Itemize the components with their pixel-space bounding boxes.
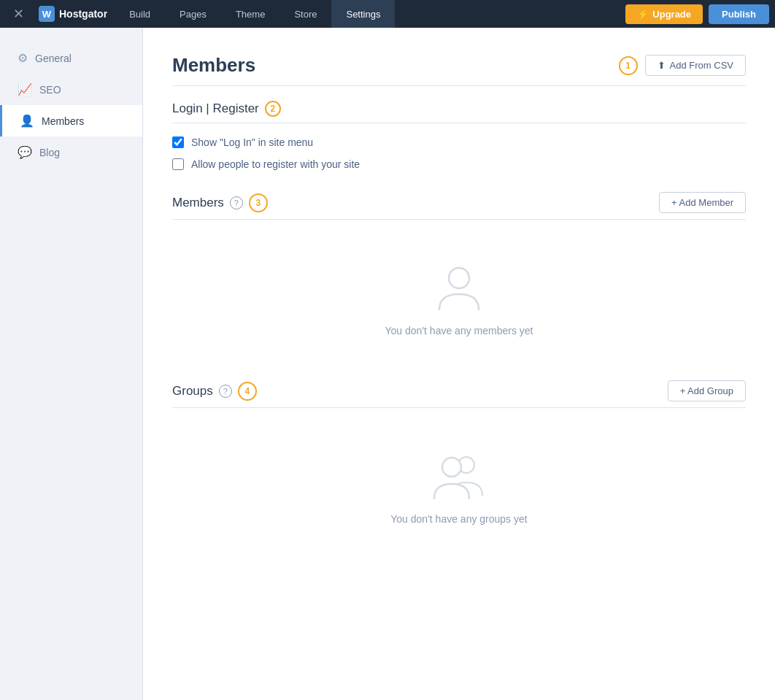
add-member-label: + Add Member <box>671 197 733 208</box>
members-title-row: Members ? 3 <box>172 193 268 212</box>
page-title: Members <box>172 54 255 77</box>
nav-theme[interactable]: Theme <box>221 0 279 28</box>
step-badge-2: 2 <box>265 101 281 117</box>
page-header-right: 1 ⬆ Add From CSV <box>619 55 746 76</box>
step-badge-4: 4 <box>238 382 257 401</box>
groups-divider <box>172 407 746 408</box>
nav-right: ⚡ Upgrade Publish <box>625 4 769 24</box>
top-navigation: ✕ W Hostgator Build Pages Theme Store Se… <box>0 0 775 28</box>
logo-text: Hostgator <box>59 8 107 20</box>
main-content: Members 1 ⬆ Add From CSV Login | Registe… <box>143 28 775 700</box>
csv-icon: ⬆ <box>658 60 666 71</box>
allow-register-checkbox[interactable] <box>172 158 184 170</box>
groups-empty-icon <box>430 450 488 501</box>
login-register-divider <box>172 123 746 123</box>
chat-icon: 💬 <box>18 145 32 159</box>
members-divider <box>172 219 746 220</box>
nav-store[interactable]: Store <box>279 0 331 28</box>
add-csv-label: Add From CSV <box>670 60 733 71</box>
allow-register-row: Allow people to register with your site <box>172 158 746 170</box>
groups-empty-text: You don't have any groups yet <box>390 513 527 525</box>
step-badge-3: 3 <box>249 193 268 212</box>
step-badge-1: 1 <box>619 56 638 75</box>
upgrade-label: Upgrade <box>652 9 691 20</box>
members-empty-icon <box>433 262 485 313</box>
login-register-title: Login | Register <box>172 101 259 116</box>
nav-build[interactable]: Build <box>115 0 165 28</box>
sidebar: ⚙ General 📈 SEO 👤 Members 💬 Blog <box>0 28 143 700</box>
groups-section: Groups ? 4 + Add Group <box>172 380 746 547</box>
members-section-title: Members <box>172 196 224 210</box>
close-icon[interactable]: ✕ <box>6 6 31 22</box>
members-section: Members ? 3 + Add Member You don't have … <box>172 192 746 358</box>
show-login-row: Show "Log In" in site menu <box>172 136 746 148</box>
show-login-checkbox[interactable] <box>172 136 184 148</box>
sidebar-item-members[interactable]: 👤 Members <box>0 105 142 136</box>
add-member-button[interactable]: + Add Member <box>659 192 746 213</box>
login-register-header: Login | Register 2 <box>172 101 746 117</box>
person-icon: 👤 <box>20 114 34 128</box>
sidebar-label-seo: SEO <box>39 84 61 96</box>
sidebar-item-seo[interactable]: 📈 SEO <box>0 74 142 105</box>
allow-register-label: Allow people to register with your site <box>191 158 360 170</box>
add-group-label: + Add Group <box>680 385 733 396</box>
login-register-title-row: Login | Register 2 <box>172 101 281 117</box>
nav-items: Build Pages Theme Store Settings <box>115 0 625 28</box>
sidebar-label-blog: Blog <box>39 147 60 158</box>
upgrade-button[interactable]: ⚡ Upgrade <box>625 4 703 24</box>
publish-button[interactable]: Publish <box>709 4 769 24</box>
logo-icon: W <box>39 6 55 22</box>
add-csv-button[interactable]: ⬆ Add From CSV <box>645 55 746 76</box>
sidebar-label-members: Members <box>42 115 84 127</box>
page-header: Members 1 ⬆ Add From CSV <box>172 54 746 77</box>
members-help-icon[interactable]: ? <box>230 196 243 209</box>
groups-help-icon[interactable]: ? <box>219 385 232 398</box>
groups-section-title: Groups <box>172 384 213 399</box>
header-divider <box>172 85 746 86</box>
nav-pages[interactable]: Pages <box>165 0 221 28</box>
svg-point-0 <box>449 268 469 288</box>
show-login-label: Show "Log In" in site menu <box>191 136 313 148</box>
members-empty-state: You don't have any members yet <box>172 233 746 358</box>
groups-section-header: Groups ? 4 + Add Group <box>172 380 746 401</box>
members-empty-text: You don't have any members yet <box>385 325 533 336</box>
add-group-button[interactable]: + Add Group <box>668 380 746 401</box>
sidebar-label-general: General <box>35 53 72 64</box>
bolt-icon: ⚡ <box>637 9 649 20</box>
nav-settings[interactable]: Settings <box>331 0 395 28</box>
logo: W Hostgator <box>31 6 115 22</box>
gear-icon: ⚙ <box>18 51 28 65</box>
login-register-section: Login | Register 2 Show "Log In" in site… <box>172 101 746 170</box>
groups-empty-state: You don't have any groups yet <box>172 421 746 547</box>
svg-point-2 <box>442 458 461 477</box>
sidebar-item-general[interactable]: ⚙ General <box>0 42 142 74</box>
main-layout: ⚙ General 📈 SEO 👤 Members 💬 Blog Members… <box>0 28 775 700</box>
sidebar-item-blog[interactable]: 💬 Blog <box>0 136 142 168</box>
members-section-header: Members ? 3 + Add Member <box>172 192 746 213</box>
chart-icon: 📈 <box>18 82 32 96</box>
groups-title-row: Groups ? 4 <box>172 382 257 401</box>
